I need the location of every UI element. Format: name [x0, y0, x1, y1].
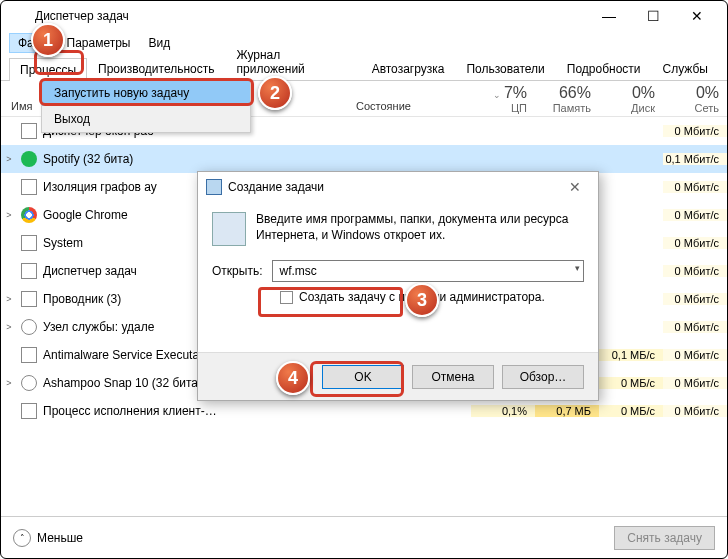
net-cell: 0 Мбит/с: [663, 349, 727, 361]
dialog-description: Введите имя программы, папки, документа …: [256, 212, 584, 246]
menu-exit[interactable]: Выход: [42, 106, 250, 132]
maximize-button[interactable]: ☐: [631, 1, 675, 31]
tab-details[interactable]: Подробности: [556, 57, 652, 80]
process-icon: [21, 403, 37, 419]
process-icon: [21, 235, 37, 251]
expand-icon[interactable]: >: [1, 378, 17, 388]
cpu-cell: 0,1%: [471, 405, 535, 417]
window-title: Диспетчер задач: [35, 9, 587, 23]
run-icon: [212, 212, 246, 246]
file-menu-dropdown: Запустить новую задачу Выход: [41, 79, 251, 133]
net-cell: 0 Мбит/с: [663, 237, 727, 249]
net-cell: 0 Мбит/с: [663, 265, 727, 277]
ok-button[interactable]: OK: [322, 365, 404, 389]
col-disk[interactable]: 0% Диск: [599, 84, 663, 114]
menubar: Файл Параметры Вид: [1, 31, 727, 55]
process-icon: [21, 123, 37, 139]
fewer-details-button[interactable]: ˄ Меньше: [13, 529, 83, 547]
net-cell: 0 Мбит/с: [663, 293, 727, 305]
chevron-down-icon: ⌄: [493, 90, 504, 100]
tab-performance[interactable]: Производительность: [87, 57, 225, 80]
net-cell: 0 Мбит/с: [663, 405, 727, 417]
process-icon: [21, 347, 37, 363]
footer: ˄ Меньше Снять задачу: [1, 516, 727, 558]
expand-icon[interactable]: >: [1, 322, 17, 332]
col-mem[interactable]: 66% Память: [535, 84, 599, 114]
process-icon: [21, 319, 37, 335]
process-name: Spotify (32 бита): [43, 152, 356, 166]
net-cell: 0,1 Мбит/с: [663, 153, 727, 165]
expand-icon[interactable]: >: [1, 154, 17, 164]
close-button[interactable]: ✕: [675, 1, 719, 31]
tabs: Процессы Производительность Журнал прило…: [1, 55, 727, 81]
open-label: Открыть:: [212, 264, 262, 278]
step-badge-3: 3: [405, 283, 439, 317]
tab-services[interactable]: Службы: [652, 57, 719, 80]
col-net[interactable]: 0% Сеть: [663, 84, 727, 114]
process-icon: [21, 291, 37, 307]
app-icon: [9, 6, 29, 26]
col-cpu[interactable]: ⌄ 7% ЦП: [471, 84, 535, 114]
step-badge-2: 2: [258, 76, 292, 110]
menu-options[interactable]: Параметры: [59, 34, 139, 52]
net-cell: 0 Мбит/с: [663, 125, 727, 137]
process-icon: [21, 151, 37, 167]
menu-view[interactable]: Вид: [140, 34, 178, 52]
browse-button[interactable]: Обзор…: [502, 365, 584, 389]
mem-cell: 0,7 МБ: [535, 405, 599, 417]
open-input[interactable]: [272, 260, 584, 282]
run-dialog: Создание задачи ✕ Введите имя программы,…: [197, 171, 599, 401]
menu-run-new-task[interactable]: Запустить новую задачу: [42, 80, 250, 106]
process-name: Процесс исполнения клиент-…: [43, 404, 356, 418]
process-icon: [21, 263, 37, 279]
minimize-button[interactable]: —: [587, 1, 631, 31]
step-badge-4: 4: [276, 361, 310, 395]
net-cell: 0 Мбит/с: [663, 377, 727, 389]
dialog-title: Создание задачи: [228, 180, 560, 194]
process-icon: [21, 375, 37, 391]
table-row[interactable]: Процесс исполнения клиент-…0,1%0,7 МБ0 М…: [1, 397, 727, 425]
disk-cell: 0,1 МБ/с: [599, 349, 663, 361]
tab-users[interactable]: Пользователи: [455, 57, 555, 80]
dialog-icon: [206, 179, 222, 195]
tab-startup[interactable]: Автозагрузка: [361, 57, 456, 80]
expand-icon[interactable]: >: [1, 294, 17, 304]
net-cell: 0 Мбит/с: [663, 181, 727, 193]
dialog-close-button[interactable]: ✕: [560, 179, 590, 195]
net-cell: 0 Мбит/с: [663, 209, 727, 221]
step-badge-1: 1: [31, 23, 65, 57]
process-icon: [21, 179, 37, 195]
net-cell: 0 Мбит/с: [663, 321, 727, 333]
tab-app-history[interactable]: Журнал приложений: [226, 43, 361, 80]
expand-icon[interactable]: >: [1, 210, 17, 220]
tab-processes[interactable]: Процессы: [9, 58, 87, 81]
table-row[interactable]: >Spotify (32 бита)0,1 Мбит/с: [1, 145, 727, 173]
end-task-button[interactable]: Снять задачу: [614, 526, 715, 550]
cancel-button[interactable]: Отмена: [412, 365, 494, 389]
col-state[interactable]: Состояние: [356, 100, 471, 116]
admin-checkbox[interactable]: [280, 291, 293, 304]
process-icon: [21, 207, 37, 223]
chevron-up-icon: ˄: [13, 529, 31, 547]
dropdown-icon[interactable]: ▾: [575, 263, 580, 273]
title-bar: Диспетчер задач — ☐ ✕: [1, 1, 727, 31]
disk-cell: 0 МБ/с: [599, 377, 663, 389]
disk-cell: 0 МБ/с: [599, 405, 663, 417]
